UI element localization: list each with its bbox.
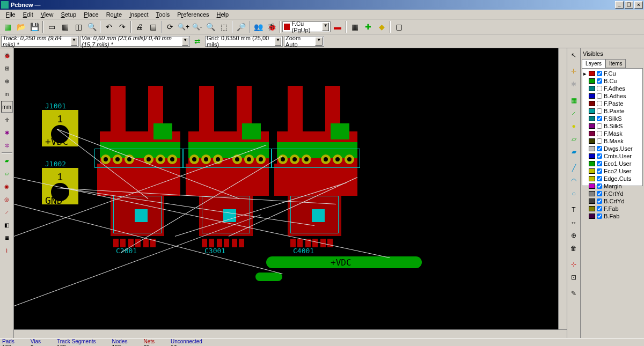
- zoom-select[interactable]: Zoom Auto▼: [284, 36, 324, 47]
- pad-outline-icon[interactable]: ◉: [1, 180, 13, 192]
- add-arc-icon[interactable]: ◠: [568, 175, 580, 187]
- layer-row-F-Paste[interactable]: ▸F.Paste: [583, 100, 641, 107]
- layer-select[interactable]: F.Cu (PgUp) ▼: [282, 21, 331, 32]
- layer-row-B-Cu[interactable]: ▸B.Cu: [583, 77, 641, 85]
- units-mm-icon[interactable]: mm: [1, 101, 13, 113]
- show-zone-outline-icon[interactable]: ▱: [1, 167, 13, 179]
- polar-icon[interactable]: ⊕: [1, 75, 13, 87]
- menu-view[interactable]: View: [37, 10, 57, 19]
- layer-row-B-CrtYd[interactable]: ▸B.CrtYd: [583, 197, 641, 205]
- add-text-icon[interactable]: T: [568, 204, 580, 216]
- contrast-icon[interactable]: ◧: [1, 219, 13, 231]
- ratsnest-module-icon[interactable]: ✲: [1, 139, 13, 151]
- add-target-icon[interactable]: ⊕: [568, 230, 580, 241]
- auto-track-icon[interactable]: ⇄: [191, 35, 204, 48]
- print-icon[interactable]: 🖨: [133, 20, 146, 33]
- add-dimension-icon[interactable]: ↔: [568, 217, 580, 229]
- add-circle-icon[interactable]: ○: [568, 188, 580, 200]
- layer-row-Edge-Cuts[interactable]: ▸Edge.Cuts: [583, 175, 641, 182]
- plot-icon[interactable]: ▤: [147, 20, 159, 33]
- layer-row-B-Mask[interactable]: ▸B.Mask: [583, 137, 641, 145]
- grid-origin-icon[interactable]: ⊡: [568, 271, 580, 283]
- delete-icon[interactable]: 🗑: [568, 242, 580, 254]
- tab-layers[interactable]: Layers: [582, 59, 605, 68]
- menu-preferences[interactable]: Preferences: [173, 10, 213, 19]
- pcb-canvas[interactable]: J10011+VDCJ10021GNDC2001C3001C4001+VDC: [14, 48, 558, 329]
- drc-off-icon[interactable]: 🐞: [1, 49, 13, 61]
- local-ratsnest-icon[interactable]: ✱: [568, 78, 580, 90]
- minimize-button[interactable]: _: [615, 1, 624, 9]
- scripting-icon[interactable]: ▢: [392, 20, 405, 33]
- select-tool-icon[interactable]: ↖: [568, 49, 580, 61]
- units-in-icon[interactable]: in: [1, 88, 13, 100]
- layer-row-Eco2-User[interactable]: ▸Eco2.User: [583, 167, 641, 175]
- layer-row-Dwgs-User[interactable]: ▸Dwgs.User: [583, 145, 641, 152]
- netlist-icon[interactable]: 👥: [252, 20, 265, 33]
- zoom-out-icon[interactable]: 🔍-: [191, 20, 203, 33]
- layer-row-Margin[interactable]: ▸Margin: [583, 182, 641, 190]
- close-button[interactable]: ×: [634, 1, 643, 9]
- module-editor-icon[interactable]: ◫: [72, 20, 85, 33]
- mode-track-icon[interactable]: ✚: [362, 20, 375, 33]
- place-origin-icon[interactable]: ⊹: [568, 259, 580, 270]
- menu-tools[interactable]: Tools: [152, 10, 174, 19]
- layer-row-F-Cu[interactable]: ▸F.Cu: [583, 70, 641, 77]
- menu-help[interactable]: Help: [213, 10, 233, 19]
- measure-icon[interactable]: ✎: [568, 288, 580, 299]
- layer-row-Cmts-User[interactable]: ▸Cmts.User: [583, 152, 641, 160]
- zoom-redraw-icon[interactable]: ⟳: [164, 20, 177, 33]
- via-outline-icon[interactable]: ◎: [1, 193, 13, 205]
- add-via-icon[interactable]: ●: [568, 120, 580, 132]
- add-footprint-icon[interactable]: ▦: [568, 94, 580, 106]
- open-icon[interactable]: 📂: [14, 20, 27, 33]
- layer-row-B-Adhes[interactable]: ▸B.Adhes: [583, 92, 641, 100]
- vertical-scrollbar[interactable]: [558, 48, 567, 329]
- show-filled-zones-icon[interactable]: ▰: [1, 154, 13, 166]
- zoom-selection-icon[interactable]: ⬚: [217, 20, 230, 33]
- grid-icon[interactable]: ⊞: [1, 62, 13, 74]
- layer-row-B-Paste[interactable]: ▸B.Paste: [583, 107, 641, 115]
- layer-row-F-Mask[interactable]: ▸F.Mask: [583, 130, 641, 137]
- cursor-shape-icon[interactable]: ✛: [1, 114, 13, 126]
- layer-row-F-CrtYd[interactable]: ▸F.CrtYd: [583, 190, 641, 197]
- layer-pair-icon[interactable]: ▬: [331, 20, 344, 33]
- highlight-net-icon[interactable]: ✛: [568, 65, 580, 77]
- save-icon[interactable]: 💾: [28, 20, 41, 33]
- module-viewer-icon[interactable]: 🔍: [85, 20, 98, 33]
- menu-edit[interactable]: Edit: [19, 10, 37, 19]
- menu-file[interactable]: File: [2, 10, 19, 19]
- menu-place[interactable]: Place: [80, 10, 103, 19]
- menu-inspect[interactable]: Inspect: [126, 10, 152, 19]
- add-zone-icon[interactable]: ▱: [568, 133, 580, 145]
- microwave-toolbar-icon[interactable]: ⌇: [1, 245, 13, 256]
- layer-row-F-SilkS[interactable]: ▸F.SilkS: [583, 115, 641, 122]
- add-keepout-icon[interactable]: ▰: [568, 146, 580, 158]
- route-track-icon[interactable]: ⟋: [568, 107, 580, 119]
- layers-manager-icon[interactable]: ≣: [1, 232, 13, 244]
- horizontal-scrollbar[interactable]: [14, 329, 567, 338]
- mode-icon[interactable]: ◆: [375, 20, 388, 33]
- zoom-in-icon[interactable]: 🔍+: [177, 20, 190, 33]
- layer-row-B-SilkS[interactable]: ▸B.SilkS: [583, 122, 641, 130]
- find-icon[interactable]: 🔎: [235, 20, 247, 33]
- layer-row-B-Fab[interactable]: ▸B.Fab: [583, 212, 641, 220]
- menu-setup[interactable]: Setup: [57, 10, 80, 19]
- track-outline-icon[interactable]: ⟋: [1, 206, 13, 218]
- menu-route[interactable]: Route: [103, 10, 126, 19]
- maximize-button[interactable]: ❐: [625, 1, 633, 9]
- sheet-icon[interactable]: ▦: [58, 20, 71, 33]
- page-settings-icon[interactable]: ▭: [45, 20, 58, 33]
- undo-icon[interactable]: ↶: [103, 20, 115, 33]
- ratsnest-icon[interactable]: ✱: [1, 127, 13, 138]
- mode-footprint-icon[interactable]: ▦: [348, 20, 361, 33]
- track-width-select[interactable]: Track: 0,250 mm (9,84 mils) *▼: [1, 36, 79, 47]
- layer-row-F-Adhes[interactable]: ▸F.Adhes: [583, 85, 641, 92]
- redo-icon[interactable]: ↷: [116, 20, 129, 33]
- drc-icon[interactable]: 🐞: [265, 20, 278, 33]
- tab-items[interactable]: Items: [605, 59, 626, 68]
- grid-select[interactable]: Grid: 0,6350 mm (25,00 mils)▼: [205, 36, 283, 47]
- via-size-select[interactable]: Via: 0,60 mm (23,6 mils)/ 0,40 mm (15,7 …: [80, 36, 190, 47]
- layer-row-F-Fab[interactable]: ▸F.Fab: [583, 205, 641, 212]
- zoom-fit-icon[interactable]: 🔍: [204, 20, 217, 33]
- layer-row-Eco1-User[interactable]: ▸Eco1.User: [583, 160, 641, 167]
